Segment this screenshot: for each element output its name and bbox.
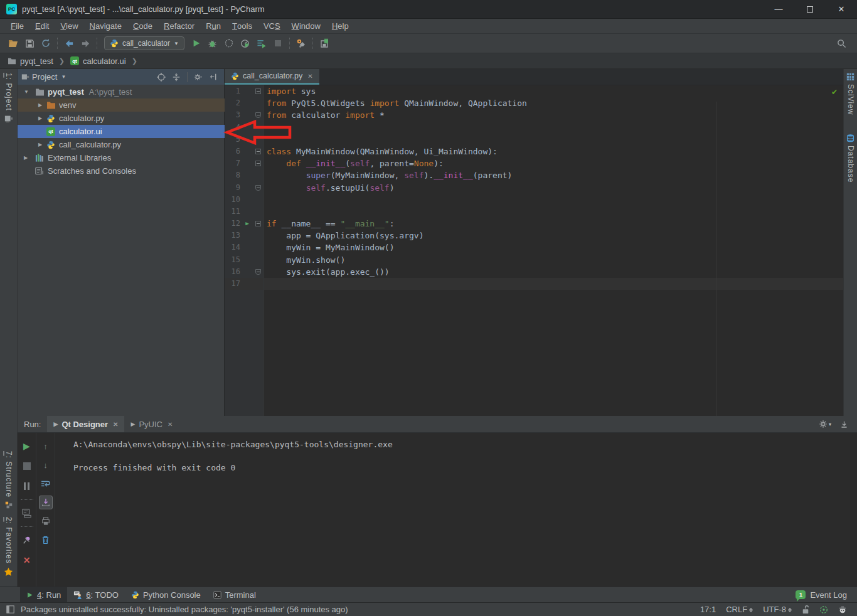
code-line[interactable] bbox=[264, 122, 843, 134]
menu-code[interactable]: Code bbox=[127, 19, 158, 33]
run-configuration-select[interactable]: call_calculator ▼ bbox=[104, 36, 184, 50]
collapse-all-icon[interactable] bbox=[172, 73, 181, 82]
rerun-icon[interactable]: ▶ bbox=[20, 439, 34, 453]
run-tab-pyuic[interactable]: ▶ PyUIC bbox=[124, 416, 179, 432]
tree-item-calculator-py[interactable]: ▶ calculator.py bbox=[18, 112, 225, 125]
tool-button-favorites[interactable]: 2: Favorites bbox=[4, 513, 13, 580]
run-line-icon[interactable]: ▶ bbox=[242, 218, 253, 230]
run-icon[interactable] bbox=[188, 36, 205, 51]
code-line[interactable]: if __name__ == "__main__": bbox=[264, 218, 843, 230]
chevron-right-icon[interactable]: ▶ bbox=[35, 142, 45, 147]
run-settings-gear-icon[interactable]: ▾ bbox=[819, 420, 831, 428]
fold-marker-icon[interactable] bbox=[255, 88, 261, 94]
code-line[interactable]: sys.exit(app.exec_()) bbox=[264, 266, 843, 278]
fold-marker-icon[interactable] bbox=[255, 161, 261, 166]
tool-button-todo[interactable]: 6: TODO bbox=[67, 587, 125, 602]
readonly-unlock-icon[interactable] bbox=[802, 605, 809, 614]
menu-refactor[interactable]: Refactor bbox=[158, 19, 200, 33]
code-line[interactable]: self.setupUi(self) bbox=[264, 182, 843, 194]
close-tab-icon[interactable] bbox=[307, 73, 312, 80]
manage-packages-icon[interactable] bbox=[316, 36, 333, 51]
code-line[interactable]: from PyQt5.QtWidgets import QMainWindow,… bbox=[264, 97, 843, 109]
code-line[interactable]: myWin.show() bbox=[264, 254, 843, 266]
fold-marker-icon[interactable] bbox=[255, 112, 261, 118]
close-tab-icon[interactable] bbox=[168, 421, 173, 428]
tool-button-terminal[interactable]: Terminal bbox=[207, 587, 262, 602]
fold-marker-icon[interactable] bbox=[255, 185, 261, 191]
open-folder-icon[interactable] bbox=[5, 36, 21, 51]
tool-button-project[interactable]: 1: Project bbox=[4, 69, 13, 127]
pin-tab-icon[interactable] bbox=[20, 533, 34, 547]
inspections-ok-icon[interactable] bbox=[831, 88, 838, 97]
hide-tool-window-icon[interactable] bbox=[840, 420, 848, 428]
close-tab-icon[interactable] bbox=[113, 421, 118, 428]
hector-inspections-icon[interactable] bbox=[838, 605, 847, 614]
background-tasks-icon[interactable] bbox=[819, 605, 828, 614]
status-message[interactable]: Packages uninstalled successfully: Unins… bbox=[21, 605, 348, 614]
scroll-to-end-icon[interactable] bbox=[39, 496, 53, 509]
code-line[interactable] bbox=[264, 278, 843, 290]
code-line[interactable]: myWin = MyMainWindow() bbox=[264, 242, 843, 253]
tool-button-database[interactable]: Database bbox=[846, 130, 855, 186]
back-icon[interactable] bbox=[61, 36, 77, 51]
menu-run[interactable]: Run bbox=[200, 19, 226, 33]
debug-icon[interactable] bbox=[205, 36, 221, 51]
caret-position[interactable]: 17:1 bbox=[700, 605, 716, 614]
menu-view[interactable]: View bbox=[55, 19, 83, 33]
print-icon[interactable] bbox=[39, 514, 53, 528]
code-editor[interactable]: 123456789101112▶1314151617 import sysfro… bbox=[225, 85, 843, 416]
chevron-right-icon[interactable]: ▶ bbox=[35, 115, 45, 121]
run-console-output[interactable]: A:\Anaconda\envs\obspy\Lib\site-packages… bbox=[56, 433, 857, 587]
close-tool-window-icon[interactable] bbox=[20, 553, 34, 567]
minimize-button[interactable]: — bbox=[774, 5, 783, 14]
code-line[interactable] bbox=[264, 206, 843, 218]
down-stacktrace-icon[interactable]: ↓ bbox=[39, 458, 53, 472]
tool-button-python-console[interactable]: Python Console bbox=[125, 587, 207, 602]
tree-item-scratches[interactable]: Scratches and Consoles bbox=[18, 164, 225, 178]
tree-item-root[interactable]: ▼ pyqt_test A:\pyqt_test bbox=[18, 85, 225, 98]
stop-process-icon[interactable] bbox=[20, 459, 34, 473]
project-panel-header[interactable]: Project ▼ bbox=[18, 69, 224, 85]
tree-item-calculator-ui[interactable]: qt calculator.ui bbox=[18, 125, 225, 138]
code-line[interactable]: app = QApplication(sys.argv) bbox=[264, 230, 843, 242]
restore-layout-icon[interactable] bbox=[20, 506, 34, 520]
code-line[interactable]: from calculator import * bbox=[264, 109, 843, 121]
fold-marker-icon[interactable] bbox=[255, 149, 261, 154]
run-tab-qt-designer[interactable]: ▶ Qt Designer bbox=[47, 416, 124, 432]
save-all-icon[interactable] bbox=[21, 36, 38, 51]
sync-icon[interactable] bbox=[38, 36, 54, 51]
pause-output-icon[interactable] bbox=[20, 479, 34, 493]
soft-wrap-icon[interactable] bbox=[39, 477, 53, 491]
chevron-right-icon[interactable]: ▶ bbox=[35, 102, 45, 108]
code-line[interactable]: def __init__(self, parent=None): bbox=[264, 157, 843, 169]
close-button[interactable]: ✕ bbox=[837, 5, 846, 14]
menu-vcs[interactable]: VCS bbox=[258, 19, 286, 33]
breadcrumb-project[interactable]: pyqt_test bbox=[6, 56, 55, 66]
maximize-button[interactable] bbox=[806, 5, 814, 14]
menu-file[interactable]: File bbox=[5, 19, 29, 33]
tree-item-venv[interactable]: ▶ venv bbox=[18, 98, 225, 112]
stop-icon[interactable] bbox=[270, 36, 286, 51]
code-lines[interactable]: import sysfrom PyQt5.QtWidgets import QM… bbox=[264, 85, 843, 416]
line-separator-select[interactable]: CRLF bbox=[726, 605, 753, 614]
code-line[interactable] bbox=[264, 134, 843, 146]
tool-button-sciview[interactable]: SciView bbox=[846, 69, 855, 119]
hide-panel-icon[interactable] bbox=[210, 73, 218, 81]
code-line[interactable]: super(MyMainWindow, self).__init__(paren… bbox=[264, 169, 843, 181]
clear-console-icon[interactable] bbox=[39, 533, 53, 547]
menu-window[interactable]: Window bbox=[286, 19, 326, 33]
tree-item-call-calculator-py[interactable]: ▶ call_calculator.py bbox=[18, 138, 225, 151]
fold-marker-icon[interactable] bbox=[255, 269, 261, 275]
menu-navigate[interactable]: Navigate bbox=[84, 19, 127, 33]
search-everywhere-icon[interactable] bbox=[833, 36, 849, 51]
coverage-icon[interactable] bbox=[221, 36, 237, 51]
menu-edit[interactable]: Edit bbox=[29, 19, 55, 33]
event-log-button[interactable]: 1 Event Log bbox=[796, 590, 857, 600]
chevron-down-icon[interactable]: ▼ bbox=[18, 89, 28, 95]
code-line[interactable] bbox=[264, 194, 843, 206]
settings-gear-icon[interactable] bbox=[194, 73, 203, 82]
profiler-icon[interactable] bbox=[237, 36, 253, 51]
run-with-coverage-icon[interactable] bbox=[253, 36, 270, 51]
code-line[interactable]: import sys bbox=[264, 85, 843, 97]
forward-icon[interactable] bbox=[77, 36, 93, 51]
